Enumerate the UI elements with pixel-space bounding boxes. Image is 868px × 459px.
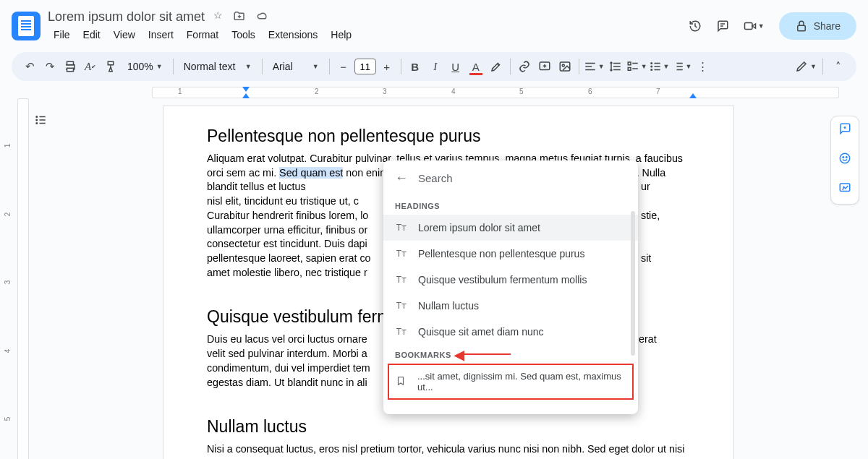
svg-rect-3 — [67, 68, 74, 72]
toolbar: ↶ ↷ A✔ 100%▼ Normal text▼ Arial▼ − + B I… — [12, 52, 856, 81]
menu-edit[interactable]: Edit — [77, 26, 106, 43]
line-spacing-button[interactable] — [606, 56, 625, 77]
redo-button[interactable]: ↷ — [41, 56, 59, 77]
suggest-edits-icon[interactable] — [838, 181, 851, 198]
paragraph-style-dropdown[interactable]: Normal text▼ — [178, 61, 258, 72]
cloud-status-icon[interactable] — [256, 9, 269, 25]
meet-icon[interactable]: ▼ — [744, 20, 765, 33]
font-dropdown[interactable]: Arial▼ — [267, 61, 325, 72]
insert-link-button[interactable] — [515, 56, 534, 77]
menu-view[interactable]: View — [108, 26, 141, 43]
emoji-reaction-icon[interactable] — [838, 152, 851, 168]
more-options-button[interactable]: ⋮ — [693, 56, 712, 77]
heading-result-4[interactable]: TᴛQuisque sit amet diam nunc — [383, 319, 638, 345]
svg-point-9 — [651, 63, 652, 64]
insert-image-button[interactable] — [556, 56, 574, 77]
heading-1[interactable]: Pellentesque non pellentesque purus — [207, 126, 690, 146]
share-button[interactable]: Share — [779, 12, 856, 40]
svg-rect-1 — [797, 25, 805, 31]
bookmark-icon — [395, 376, 407, 388]
editing-mode-dropdown[interactable]: ▼ — [795, 56, 817, 77]
svg-point-16 — [843, 157, 844, 158]
menu-help[interactable]: Help — [325, 26, 357, 43]
decrease-font-button[interactable]: − — [334, 56, 353, 77]
svg-point-17 — [846, 157, 848, 158]
heading-3[interactable]: Nullam luctus — [207, 417, 690, 437]
svg-point-15 — [840, 153, 850, 163]
add-comment-button[interactable] — [535, 56, 554, 77]
spellcheck-button[interactable]: A✔ — [81, 56, 100, 77]
undo-button[interactable]: ↶ — [20, 56, 39, 77]
headings-section-label: HEADINGS — [383, 196, 638, 215]
underline-button[interactable]: U — [446, 56, 465, 77]
bookmark-result-0[interactable]: ...sit amet, dignissim mi. Sed quam est,… — [383, 364, 638, 400]
horizontal-ruler[interactable]: 1 2 3 4 5 6 7 — [29, 87, 868, 98]
heading-result-0[interactable]: TᴛLorem ipsum dolor sit amet — [383, 215, 638, 241]
back-icon[interactable]: ← — [395, 171, 408, 186]
menu-insert[interactable]: Insert — [142, 26, 179, 43]
menu-file[interactable]: File — [48, 26, 76, 43]
bulleted-list-dropdown[interactable]: ▼ — [649, 56, 670, 77]
highlight-button[interactable] — [487, 56, 506, 77]
zoom-dropdown[interactable]: 100%▼ — [122, 61, 169, 72]
right-side-rail — [830, 116, 859, 205]
heading-icon: Tᴛ — [395, 301, 408, 311]
menu-bar: File Edit View Insert Format Tools Exten… — [48, 26, 689, 43]
comments-icon[interactable] — [716, 20, 729, 33]
move-icon[interactable] — [233, 9, 246, 25]
font-size-input[interactable] — [354, 59, 376, 74]
menu-format[interactable]: Format — [181, 26, 224, 43]
heading-icon: Tᴛ — [395, 249, 408, 259]
heading-icon: Tᴛ — [395, 223, 408, 233]
selected-text[interactable]: Sed quam est — [279, 167, 343, 179]
svg-point-11 — [651, 69, 652, 71]
star-icon[interactable]: ☆ — [213, 9, 223, 25]
menu-tools[interactable]: Tools — [226, 26, 261, 43]
svg-point-10 — [651, 66, 652, 67]
link-search-panel: ← Search HEADINGS TᴛLorem ipsum dolor si… — [383, 160, 638, 414]
menu-extensions[interactable]: Extensions — [263, 26, 323, 43]
document-title[interactable]: Lorem ipsum dolor sit amet — [48, 9, 205, 25]
heading-result-2[interactable]: TᴛQuisque vestibulum fermentum mollis — [383, 267, 638, 293]
paragraph[interactable]: Nisi a consequat luctus, eros nisl preti… — [207, 442, 690, 459]
bookmarks-section-label: BOOKMARKS ◀ — [383, 345, 638, 364]
svg-rect-0 — [744, 23, 752, 30]
search-input-placeholder[interactable]: Search — [418, 172, 453, 184]
italic-button[interactable]: I — [426, 56, 445, 77]
share-label: Share — [814, 20, 841, 32]
svg-rect-7 — [628, 62, 631, 65]
add-comment-rail-icon[interactable] — [838, 122, 851, 139]
align-dropdown[interactable]: ▼ — [584, 56, 605, 77]
heading-icon: Tᴛ — [395, 327, 408, 337]
panel-scrollbar[interactable] — [631, 211, 635, 356]
svg-point-6 — [562, 64, 564, 67]
checklist-dropdown[interactable]: ▼ — [626, 56, 647, 77]
hide-menus-button[interactable]: ˄ — [829, 56, 848, 77]
vertical-ruler[interactable]: 1 2 3 4 5 — [0, 98, 29, 459]
increase-font-button[interactable]: + — [378, 56, 396, 77]
print-button[interactable] — [61, 56, 80, 77]
paint-format-button[interactable] — [101, 56, 120, 77]
heading-icon: Tᴛ — [395, 275, 408, 285]
heading-result-3[interactable]: TᴛNullam luctus — [383, 293, 638, 319]
numbered-list-dropdown[interactable]: ▼ — [671, 56, 692, 77]
svg-rect-8 — [628, 68, 631, 71]
heading-result-1[interactable]: TᴛPellentesque non pellentesque purus — [383, 241, 638, 267]
docs-logo[interactable] — [12, 12, 41, 40]
bold-button[interactable]: B — [406, 56, 425, 77]
history-icon[interactable] — [689, 20, 702, 33]
text-color-button[interactable]: A — [467, 56, 485, 77]
